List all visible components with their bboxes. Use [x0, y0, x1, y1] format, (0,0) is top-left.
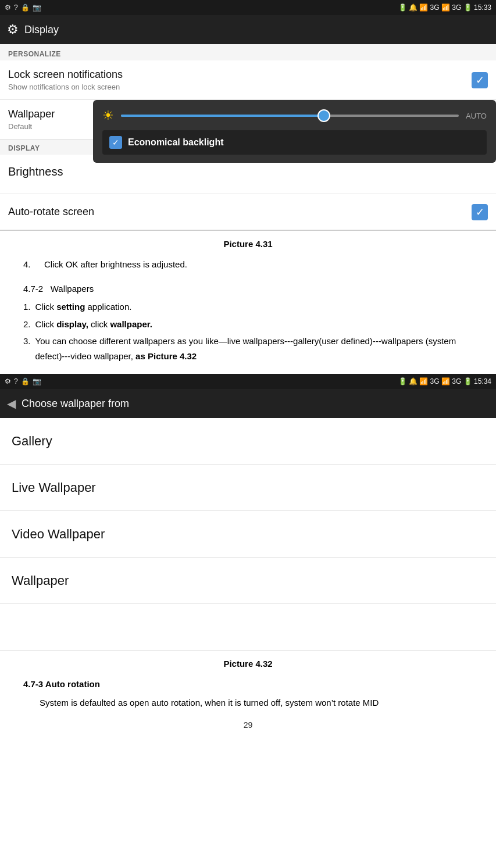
- brightness-slider-fill: [121, 115, 324, 117]
- eco-checkbox[interactable]: ✓: [109, 136, 122, 149]
- screen2-title: Choose wallpaper from: [22, 398, 129, 410]
- section-472-step3: 3. You can choose different wallpapers a…: [23, 334, 473, 363]
- step-4: 4. Click OK after brightness is adjusted…: [23, 257, 473, 272]
- s2-question-icon: ?: [14, 377, 18, 385]
- screen2: ⚙ ? 🔒 📷 🔋 🔔 📶 3G 📶 3G 🔋 15:34 ◀ Choose w…: [0, 374, 496, 651]
- empty-space: [0, 604, 496, 651]
- step1-text: Click setting application.: [35, 299, 132, 315]
- section-473-text: System is defaulted as open auto rotatio…: [23, 695, 473, 710]
- step2-num: 2.: [23, 317, 31, 332]
- status-bar-2: ⚙ ? 🔒 📷 🔋 🔔 📶 3G 📶 3G 🔋 15:34: [0, 374, 496, 389]
- brightness-slider-thumb[interactable]: [317, 109, 330, 122]
- auto-label: AUTO: [466, 112, 487, 120]
- live-wallpaper-item[interactable]: Live Wallpaper: [0, 465, 496, 511]
- s2-wifi-icon: ⚙: [5, 377, 11, 385]
- section-472-block: 4.7-2 Wallpapers 1. Click setting applic…: [0, 278, 496, 370]
- section-472-step2: 2. Click display, click wallpaper.: [23, 317, 473, 332]
- step2-bold1: display,: [56, 319, 88, 329]
- settings-gear-icon: ⚙: [7, 22, 19, 37]
- step-4-text: Click OK after brightness is adjusted.: [44, 257, 187, 272]
- wifi-icon: ⚙: [5, 3, 11, 12]
- caption1: Picture 4.31: [0, 231, 496, 253]
- lock-icon: 🔒: [21, 3, 30, 12]
- step2-bold2: wallpaper.: [110, 319, 152, 329]
- eco-label: Economical backlight: [128, 137, 223, 148]
- s2-camera-icon: 📷: [33, 377, 41, 385]
- brightness-slider-track[interactable]: [121, 115, 459, 117]
- page-footer: 29: [0, 713, 496, 734]
- status-bar-left-icons: ⚙ ? 🔒 📷: [5, 3, 41, 12]
- auto-rotate-checkbox[interactable]: ✓: [472, 204, 488, 220]
- section-472-heading: 4.7-2 Wallpapers: [23, 281, 473, 297]
- brightness-popup: ☀ AUTO ✓ Economical backlight: [93, 100, 496, 163]
- status-bar-1: ⚙ ? 🔒 📷 🔋 🔔 📶 3G 📶 3G 🔋 15:33: [0, 0, 496, 15]
- lock-screen-sub: Show notifications on lock screen: [8, 83, 123, 91]
- wallpaper-title: Wallpaper: [8, 108, 55, 120]
- auto-rotate-item[interactable]: Auto-rotate screen ✓: [0, 194, 496, 230]
- step1-bold: setting: [56, 302, 85, 312]
- wallpaper-sub: Default: [8, 122, 55, 131]
- step2-text: Click display, click wallpaper.: [35, 317, 152, 332]
- lock-screen-title: Lock screen notifications: [8, 69, 123, 81]
- personalize-section-label: PERSONALIZE: [0, 44, 496, 60]
- section-473-heading-text: 4.7-3 Auto rotation: [23, 679, 100, 689]
- screen1-title: Display: [24, 24, 59, 36]
- step3-num: 3.: [23, 334, 31, 363]
- lock-screen-notifications-item[interactable]: Lock screen notifications Show notificat…: [0, 60, 496, 100]
- instructions-block: 4. Click OK after brightness is adjusted…: [0, 253, 496, 278]
- video-wallpaper-item[interactable]: Video Wallpaper: [0, 511, 496, 558]
- step3-text: You can choose different wallpapers as y…: [35, 334, 473, 363]
- caption2: Picture 4.32: [0, 651, 496, 673]
- section-473-block: 4.7-3 Auto rotation System is defaulted …: [0, 673, 496, 713]
- wallpaper-item-list[interactable]: Wallpaper: [0, 558, 496, 604]
- status-bar-2-right: 🔋 🔔 📶 3G 📶 3G 🔋 15:34: [398, 377, 491, 385]
- screen1-header: ⚙ Display: [0, 15, 496, 44]
- sun-icon: ☀: [102, 108, 114, 123]
- screen2-header: ◀ Choose wallpaper from: [0, 389, 496, 418]
- auto-rotate-title: Auto-rotate screen: [8, 206, 94, 218]
- eco-backlight-row[interactable]: ✓ Economical backlight: [102, 130, 487, 155]
- camera-icon: 📷: [33, 3, 41, 12]
- wallpaper-section: Wallpaper Default ☀ AUTO ✓ Economical ba…: [0, 100, 496, 140]
- status-bar-2-left: ⚙ ? 🔒 📷: [5, 377, 41, 385]
- gallery-item[interactable]: Gallery: [0, 418, 496, 465]
- step3-bold: as Picture 4.32: [135, 351, 197, 361]
- back-icon[interactable]: ◀: [7, 397, 16, 410]
- brightness-slider-row: ☀ AUTO: [102, 108, 487, 123]
- lock-screen-checkbox[interactable]: ✓: [472, 72, 488, 88]
- screen1: ⚙ ? 🔒 📷 🔋 🔔 📶 3G 📶 3G 🔋 15:33 ⚙ Display …: [0, 0, 496, 231]
- section-472-step1: 1. Click setting application.: [23, 299, 473, 315]
- question-icon: ?: [14, 3, 18, 12]
- section-473-heading: 4.7-3 Auto rotation: [23, 677, 473, 692]
- s2-lock-icon: 🔒: [21, 377, 30, 385]
- step1-num: 1.: [23, 299, 31, 315]
- status-bar-right: 🔋 🔔 📶 3G 📶 3G 🔋 15:33: [398, 3, 491, 12]
- step-4-num: 4.: [23, 257, 40, 272]
